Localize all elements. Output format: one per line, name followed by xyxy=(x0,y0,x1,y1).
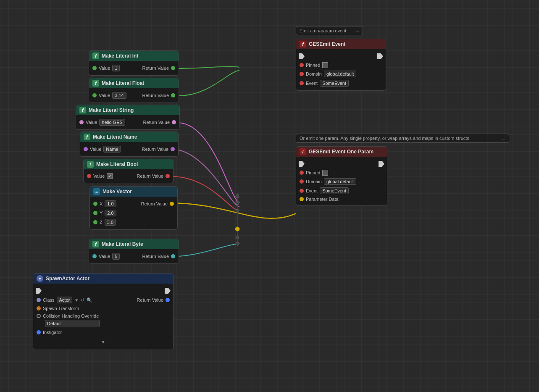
pin-left: Value 5 xyxy=(92,253,120,260)
node-title: SpawnActor Actor xyxy=(46,276,89,282)
value-label: Value xyxy=(90,147,101,152)
pin-row-value: Value hello GES Return Value xyxy=(76,118,179,127)
ges-emit-event-one-param-node: f GESEmit Event One Param Pinned Domain … xyxy=(296,146,387,206)
node-title: Make Literal Name xyxy=(93,134,137,140)
node-header: f GESEmit Event One Param xyxy=(296,147,387,157)
event-label: Event xyxy=(306,81,318,86)
node-header: f Make Literal Bool xyxy=(84,159,173,169)
collision-dropdown[interactable]: Default Always Spawn, Ignore Collisions … xyxy=(45,320,100,327)
output-pin[interactable] xyxy=(170,202,174,206)
pin-left: Pinned xyxy=(300,170,328,176)
z-label: Z xyxy=(100,220,103,225)
node-title: Make Literal String xyxy=(89,107,134,113)
pin-right: Return Value xyxy=(142,254,175,259)
node-body: Value Return Value xyxy=(84,169,173,183)
domain-input-pin xyxy=(300,72,304,76)
return-label: Return Value xyxy=(142,93,169,98)
domain-label: Domain xyxy=(306,179,322,184)
y-input-pin xyxy=(93,211,97,215)
ges-emit-event-node: f GESEmit Event Pinned Domain global.def… xyxy=(296,39,386,91)
event-input-pin xyxy=(300,189,304,193)
value-input[interactable]: hello GES xyxy=(99,119,125,126)
z-value[interactable]: 3.0 xyxy=(105,219,116,226)
func-icon: f xyxy=(92,241,99,247)
y-value[interactable]: 2.0 xyxy=(105,210,116,216)
pin-left: Event SomeEvent xyxy=(300,187,349,194)
event-input-pin xyxy=(300,81,304,85)
svg-point-6 xyxy=(236,242,239,245)
svg-point-1 xyxy=(236,195,239,198)
exec-in-pin[interactable] xyxy=(299,53,305,59)
pin-right: Return Value xyxy=(142,93,175,98)
node-title: GESEmit Event One Param xyxy=(309,149,373,155)
output-pin[interactable] xyxy=(171,66,175,70)
expand-icon[interactable]: ▼ xyxy=(101,339,106,345)
return-label: Return Value xyxy=(141,201,168,206)
func-icon: f xyxy=(92,53,99,59)
value-input[interactable]: 3.14 xyxy=(112,92,126,99)
bool-checkbox[interactable] xyxy=(107,173,113,179)
pin-left: Domain global.default xyxy=(300,71,356,77)
node-title: Make Literal Bool xyxy=(96,161,138,167)
pin-right-return: Return Value xyxy=(141,201,174,206)
input-pin xyxy=(79,120,84,124)
make-literal-float-node: f Make Literal Float Value 3.14 Return V… xyxy=(89,78,179,103)
pin-row-value: Value Return Value xyxy=(84,172,173,180)
value-input[interactable]: 1 xyxy=(112,65,120,71)
svg-point-5 xyxy=(236,236,239,239)
output-pin[interactable] xyxy=(171,93,175,97)
class-value[interactable]: Actor xyxy=(57,297,73,303)
pin-right: Return Value xyxy=(143,120,176,125)
exec-out-pin[interactable] xyxy=(165,288,171,294)
return-output-pin[interactable] xyxy=(166,298,170,302)
domain-value[interactable]: global.default xyxy=(324,71,356,77)
return-label: Return Value xyxy=(142,66,169,71)
event-value[interactable]: SomeEvent xyxy=(320,187,349,194)
exec-out-pin[interactable] xyxy=(379,161,384,167)
output-pin[interactable] xyxy=(171,147,175,151)
pin-row-value: Value Name Return Value xyxy=(80,145,178,154)
make-literal-name-node: f Make Literal Name Value Name Return Va… xyxy=(80,132,179,157)
node-header: f Make Literal Float xyxy=(89,78,179,88)
node-body: Pinned Domain global.default Event SomeE… xyxy=(296,49,386,90)
node-header: ≡ Make Vector xyxy=(90,187,177,197)
input-pin xyxy=(87,174,91,178)
output-pin[interactable] xyxy=(166,174,170,178)
func-icon: f xyxy=(84,134,90,140)
pin-left-class: Class Actor ▼ ↺ 🔍 xyxy=(37,297,92,303)
pinned-checkbox[interactable] xyxy=(322,170,328,176)
pin-left-x: X 1.0 xyxy=(93,200,116,207)
pin-left-y: Y 2.0 xyxy=(93,210,116,216)
input-pin xyxy=(84,147,88,151)
value-input[interactable]: 5 xyxy=(112,253,120,260)
return-label: Return Value xyxy=(137,174,163,179)
node-title: Make Literal Byte xyxy=(102,241,143,247)
output-pin[interactable] xyxy=(171,254,175,258)
pinned-input-pin xyxy=(300,63,304,67)
pin-row-x: X 1.0 Return Value xyxy=(90,199,177,208)
pin-row-domain: Domain global.default xyxy=(296,69,386,79)
pin-right: Return Value xyxy=(142,66,175,71)
node-body: Value hello GES Return Value xyxy=(76,115,179,129)
pin-row-y: Y 2.0 xyxy=(90,208,177,218)
pin-row-class: Class Actor ▼ ↺ 🔍 Return Value xyxy=(33,295,173,305)
input-pin xyxy=(92,254,97,258)
domain-value[interactable]: global.default xyxy=(324,178,356,185)
node-title: Make Literal Int xyxy=(102,53,138,59)
spawn-transform-label: Spawn Transform xyxy=(43,306,79,311)
value-input[interactable]: Name xyxy=(103,146,121,153)
node-body: Value 1 Return Value xyxy=(89,61,179,75)
output-pin[interactable] xyxy=(172,120,176,124)
event-value[interactable]: SomeEvent xyxy=(320,80,349,87)
input-pin xyxy=(92,66,97,70)
pinned-checkbox[interactable] xyxy=(322,62,328,68)
node-title: GESEmit Event xyxy=(309,41,345,47)
exec-in-pin[interactable] xyxy=(299,161,305,167)
exec-row xyxy=(296,52,386,61)
exec-in-pin[interactable] xyxy=(36,288,42,294)
pinned-input-pin xyxy=(300,171,304,175)
pinned-label: Pinned xyxy=(306,170,320,175)
z-input-pin xyxy=(93,220,97,224)
exec-out-pin[interactable] xyxy=(377,53,383,59)
x-value[interactable]: 1.0 xyxy=(105,200,116,207)
